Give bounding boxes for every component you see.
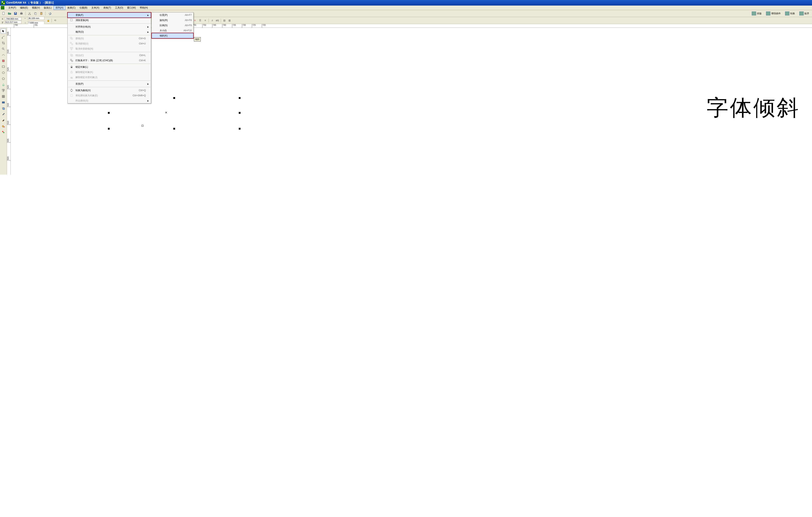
menu-item-shortcut: Ctrl+L [139,54,146,57]
menu-item[interactable]: 对齐和分布(A)▶ [68,24,151,29]
print-button[interactable] [19,11,24,16]
selection-handle[interactable] [173,128,175,130]
menu-arrange[interactable]: 排列(A) [54,6,65,10]
menu-item-shortcut: Ctrl+K [139,59,146,62]
paste-button[interactable] [39,11,44,16]
ellipse-tool[interactable] [1,70,6,75]
menu-item[interactable]: 造形(P)▶ [68,81,151,86]
svg-rect-13 [2,66,5,67]
menu-item-label: 对齐和分布(A) [76,25,146,29]
menu-item-shortcut: Ctrl+G [139,37,146,40]
menu-file[interactable]: 文件(F) [6,6,18,10]
selection-handle[interactable] [239,97,240,99]
interactive-tool[interactable] [1,106,6,111]
selection-handle[interactable] [239,112,240,114]
save-button[interactable] [13,11,18,16]
smart-fill-tool[interactable] [1,58,6,63]
submenu-item-label: 旋转(R) [160,19,179,22]
submenu-item[interactable]: 倾斜(K) [152,33,193,38]
blank-icon [153,13,158,17]
fill-tool[interactable] [1,124,6,129]
outline-tool[interactable] [1,118,6,123]
tooltip: 倾斜 [194,37,201,41]
edit-text-icon[interactable]: ab| [215,18,220,23]
submenu-item[interactable]: 位置(P)Alt+F7 [152,12,193,18]
open-button[interactable] [7,11,12,16]
lock-ratio-icon[interactable]: 🔒 [46,18,50,23]
docker-icon [766,11,771,16]
menu-edit[interactable]: 编辑(E) [18,6,30,10]
menu-layout[interactable]: 版面(L) [42,6,54,10]
bullets-icon[interactable]: ☰ [198,18,202,23]
eyedropper-tool[interactable] [1,112,6,117]
menu-item-label: 取消群组(U) [76,42,134,45]
ruler-tick: 750 [202,24,206,28]
menu-item[interactable]: 打散美术字： 宋体 (正常) (CHC)(B)Ctrl+K [68,58,151,63]
submenu-item[interactable]: 旋转(R)Alt+F8 [152,18,193,23]
menu-item[interactable]: 转换为曲线(V)Ctrl+Q [68,88,151,93]
menu-bar: 文件(F) 编辑(E) 视图(V) 版面(L) 排列(A) 效果(C) 位图(B… [0,5,812,10]
y-input[interactable] [5,21,22,24]
menu-effects[interactable]: 效果(C) [65,6,78,10]
rectangle-tool[interactable] [1,64,6,69]
menu-tools[interactable]: 工具(O) [113,6,125,10]
crop-tool[interactable] [1,40,6,45]
pick-tool[interactable] [1,29,6,34]
menu-item[interactable]: 顺序(O)▶ [68,29,151,34]
unlock-icon [69,70,74,74]
menu-item-label: 转换为曲线(V) [76,89,133,92]
menu-item[interactable]: 清除变换(M) [68,18,151,23]
menu-text[interactable]: 文本(X) [89,6,101,10]
menu-item-label: 清除变换(M) [76,19,146,22]
menu-item-label: 取消全部群组(N) [76,47,146,51]
docker-transform[interactable]: 转换 [783,11,796,16]
menu-item: 解除锁定全部对象(J) [68,75,151,80]
blank-icon [69,99,74,103]
text-baseline-handle[interactable] [142,125,143,127]
width-input[interactable] [28,17,45,20]
shape-tool[interactable] [1,34,6,40]
rotate-icon[interactable]: ⟲ [53,18,57,23]
doc-icon [1,6,4,9]
indent-icon[interactable]: ≡ [203,18,207,23]
menu-view[interactable]: 视图(V) [30,6,42,10]
position-group: x: y: [1,17,22,24]
menu-bitmap[interactable]: 位图(B) [78,6,89,10]
menu-item[interactable]: 锁定对象(L) [68,64,151,69]
docker-enhance[interactable]: 增强插件 [764,11,782,16]
cut-button[interactable] [27,11,32,16]
submenu-item[interactable]: 大小(I)Alt+F10 [152,28,193,33]
zoom-tool[interactable] [1,47,6,52]
selection-handle[interactable] [108,128,110,130]
text-tool[interactable]: 字 [1,88,6,93]
docker-snap[interactable]: 贴齐 [798,11,811,16]
align-icon[interactable]: ▤ [222,18,227,23]
menu-window[interactable]: 窗口(W) [125,6,138,10]
columns-icon[interactable]: ▥ [227,18,232,23]
size-group: ↔ ↕ [23,16,45,25]
char-format-icon[interactable]: A [210,18,214,23]
unlock-all-icon [69,75,74,79]
menu-item-label: 群组(G) [76,37,133,40]
polygon-tool[interactable] [1,76,6,81]
x-input[interactable] [5,17,22,21]
docker-layout[interactable]: 排版 [750,11,763,16]
artistic-text[interactable]: 字体倾斜 [706,93,800,123]
table-tool[interactable] [1,94,6,99]
freehand-tool[interactable] [1,52,6,58]
selection-center[interactable]: ✕ [165,111,167,114]
dimension-tool[interactable] [1,100,6,105]
undo-button[interactable] [47,11,52,16]
selection-handle[interactable] [173,97,175,99]
basic-shapes-tool[interactable] [1,82,6,87]
interactive-fill-tool[interactable] [1,130,6,135]
submenu-item[interactable]: 比例(S)Alt+F9 [152,23,193,28]
menu-table[interactable]: 表格(T) [101,6,113,10]
menu-item[interactable]: 变换(F)▶ [68,12,151,18]
copy-button[interactable] [33,11,38,16]
selection-handle[interactable] [108,112,110,114]
menu-help[interactable]: 帮助(H) [138,6,150,10]
new-button[interactable] [1,11,6,16]
width-icon: ↔ [23,16,27,21]
selection-handle[interactable] [239,128,240,130]
